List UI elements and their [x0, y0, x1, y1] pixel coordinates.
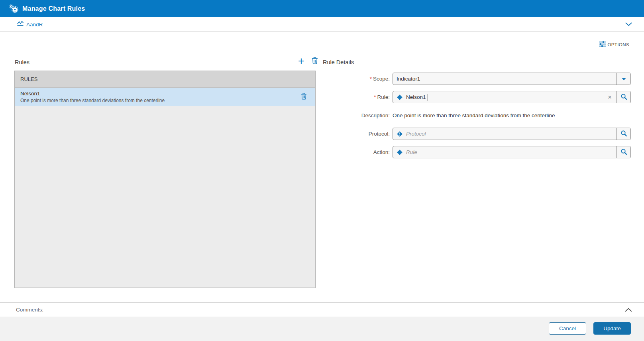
- comments-expander[interactable]: Comments:: [0, 302, 644, 317]
- protocol-field: [393, 128, 631, 140]
- rule-row: Rule: ×: [0, 91, 631, 103]
- add-rule-button[interactable]: +: [296, 56, 306, 66]
- sliders-icon: [599, 41, 606, 49]
- page-title: Manage Chart Rules: [22, 5, 85, 12]
- text-cursor: [428, 94, 428, 101]
- description-label: Description:: [0, 112, 390, 118]
- breadcrumb-label: AandR: [26, 22, 43, 28]
- description-value: One point is more than three standard de…: [393, 112, 555, 118]
- context-bar: AandR: [0, 17, 644, 32]
- scope-select[interactable]: Indicator1: [393, 73, 631, 85]
- action-input[interactable]: [406, 149, 613, 155]
- options-label: OPTIONS: [607, 42, 629, 47]
- magnifier-icon: [620, 130, 627, 138]
- protocol-label: Protocol:: [0, 131, 390, 137]
- action-input-area: [393, 146, 617, 158]
- trash-icon: [312, 57, 318, 65]
- action-diamond-icon: [397, 149, 403, 156]
- rule-details-form: Scope: Indicator1 Rule:: [0, 73, 631, 164]
- chevron-up-icon[interactable]: [624, 307, 633, 313]
- options-button[interactable]: OPTIONS: [599, 40, 629, 49]
- breadcrumb-item-aandr[interactable]: AandR: [17, 20, 43, 28]
- dialog-footer: Cancel Update: [0, 317, 644, 341]
- caret-down-icon: [622, 76, 626, 82]
- details-panel-heading: Rule Details: [323, 59, 354, 65]
- rule-input[interactable]: [406, 94, 606, 100]
- rule-field: ×: [393, 91, 631, 103]
- clear-rule-icon[interactable]: ×: [606, 94, 613, 101]
- manage-chart-rules-dialog: Manage Chart Rules AandR: [0, 0, 644, 341]
- magnifier-icon: [620, 93, 627, 101]
- scope-value-area: Indicator1: [393, 73, 617, 85]
- rules-panel-heading: Rules: [15, 59, 29, 65]
- action-label: Action:: [0, 149, 390, 155]
- chevron-down-icon[interactable]: [624, 21, 633, 28]
- comments-label: Comments:: [16, 307, 43, 313]
- action-search-button[interactable]: [617, 146, 630, 158]
- cancel-button[interactable]: Cancel: [549, 322, 586, 335]
- protocol-diamond-alert-icon: [397, 131, 403, 137]
- scope-label: Scope:: [0, 76, 390, 82]
- rule-input-area: ×: [393, 91, 617, 103]
- protocol-row: Protocol:: [0, 128, 631, 140]
- title-bar: Manage Chart Rules: [0, 0, 644, 17]
- scope-dropdown-button[interactable]: [617, 73, 630, 85]
- gears-icon: [9, 4, 19, 14]
- rule-search-button[interactable]: [617, 91, 630, 103]
- delete-rule-button[interactable]: [310, 56, 320, 66]
- plus-icon: +: [298, 57, 304, 65]
- protocol-search-button[interactable]: [617, 128, 630, 140]
- action-field: [393, 146, 631, 158]
- scope-value: Indicator1: [397, 76, 420, 82]
- description-row: Description: One point is more than thre…: [0, 109, 631, 122]
- scope-row: Scope: Indicator1: [0, 73, 631, 85]
- rule-diamond-icon: [397, 94, 403, 101]
- rules-list-actions: +: [296, 56, 320, 66]
- rule-label: Rule:: [0, 94, 390, 100]
- protocol-input[interactable]: [406, 131, 613, 137]
- update-button[interactable]: Update: [593, 322, 631, 335]
- control-chart-icon: [17, 20, 24, 28]
- magnifier-icon: [620, 148, 627, 156]
- protocol-input-area: [393, 128, 617, 140]
- action-row: Action:: [0, 146, 631, 158]
